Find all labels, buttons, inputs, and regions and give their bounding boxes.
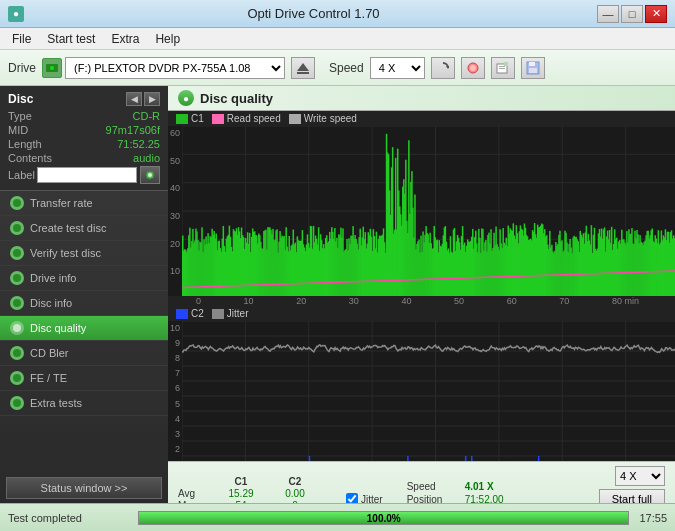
svg-rect-12 <box>529 62 535 66</box>
disc-panel: Disc ◀ ▶ Type CD-R MID 97m17s06f Length … <box>0 86 168 191</box>
refresh-button[interactable] <box>431 57 455 79</box>
stats-bar: C1 C2 Avg 15.29 0.00 Max 54 0 Total 6591… <box>168 461 675 503</box>
chart1-canvas <box>182 126 675 296</box>
stats-max-label: Max <box>178 500 214 504</box>
clear-button[interactable] <box>461 57 485 79</box>
y1-label-40: 40 <box>170 183 180 193</box>
disc-mid-value: 97m17s06f <box>106 124 160 136</box>
status-bar: Test completed 100.0% 17:55 <box>0 503 675 531</box>
toolbar: Drive (F:) PLEXTOR DVDR PX-755A 1.08 Spe… <box>0 50 675 86</box>
drive-select[interactable]: (F:) PLEXTOR DVDR PX-755A 1.08 <box>65 57 285 79</box>
chart2-y-labels: 10 9 8 7 6 5 4 3 2 1 <box>168 321 182 471</box>
disc-length-label: Length <box>8 138 42 150</box>
status-text: Test completed <box>8 512 128 524</box>
menu-extra[interactable]: Extra <box>103 30 147 48</box>
disc-quality-header: ● Disc quality <box>168 86 675 111</box>
disc-type-label: Type <box>8 110 32 122</box>
sidebar-item-transfer-rate[interactable]: Transfer rate <box>0 191 168 216</box>
chart1-x-labels: 0 10 20 30 40 50 60 70 80 min <box>168 296 675 306</box>
action-buttons: 4 X Start full Start part <box>594 466 665 503</box>
disc-contents-label: Contents <box>8 152 52 164</box>
sidebar: Disc ◀ ▶ Type CD-R MID 97m17s06f Length … <box>0 86 168 503</box>
legend-c2-label: C2 <box>191 308 204 319</box>
nav-icon-cd-bler <box>10 346 24 360</box>
stats-header-c1: C1 <box>214 476 268 487</box>
sidebar-item-drive-info[interactable]: Drive info <box>0 266 168 291</box>
chart2-container: C2 Jitter 10 9 8 7 6 5 4 <box>168 306 675 461</box>
svg-rect-3 <box>297 72 309 74</box>
stats-avg-c2: 0.00 <box>268 488 322 499</box>
speed-select[interactable]: 4 X <box>370 57 425 79</box>
menu-help[interactable]: Help <box>147 30 188 48</box>
drive-label: Drive <box>8 61 36 75</box>
stats-avg-label: Avg <box>178 488 214 499</box>
sidebar-item-fe-te[interactable]: FE / TE <box>0 366 168 391</box>
chart1-legend: C1 Read speed Write speed <box>168 111 675 126</box>
nav-icon-disc-info <box>10 296 24 310</box>
chart1-plot-area: 60 50 40 30 20 10 48 X 40 X 32 X 24 X <box>168 126 675 296</box>
menu-start-test[interactable]: Start test <box>39 30 103 48</box>
disc-next-button[interactable]: ▶ <box>144 92 160 106</box>
export-button[interactable] <box>491 57 515 79</box>
stats-table: C1 C2 Avg 15.29 0.00 Max 54 0 Total 6591… <box>178 476 322 504</box>
legend-c2-color <box>176 309 188 319</box>
svg-rect-8 <box>499 66 505 67</box>
svg-rect-9 <box>499 68 505 69</box>
status-window-button[interactable]: Status window >> <box>6 477 162 499</box>
disc-label-icon-btn[interactable] <box>140 166 160 184</box>
eject-button[interactable] <box>291 57 315 79</box>
title-bar-text: Opti Drive Control 1.70 <box>30 6 597 21</box>
sidebar-item-verify-test-disc[interactable]: Verify test disc <box>0 241 168 266</box>
nav-icon-disc-quality <box>10 321 24 335</box>
close-button[interactable]: ✕ <box>645 5 667 23</box>
disc-label-input[interactable] <box>37 167 137 183</box>
nav-icon-drive-info <box>10 271 24 285</box>
speed-combo-select[interactable]: 4 X <box>615 466 665 486</box>
menu-file[interactable]: File <box>4 30 39 48</box>
legend-c1-label: C1 <box>191 113 204 124</box>
sidebar-item-disc-quality[interactable]: Disc quality <box>0 316 168 341</box>
jitter-label: Jitter <box>361 494 383 504</box>
disc-quality-icon: ● <box>178 90 194 106</box>
legend-c1-color <box>176 114 188 124</box>
svg-marker-10 <box>504 62 508 66</box>
start-full-button[interactable]: Start full <box>599 489 665 503</box>
disc-mid-label: MID <box>8 124 28 136</box>
disc-prev-button[interactable]: ◀ <box>126 92 142 106</box>
chart2-legend: C2 Jitter <box>168 306 675 321</box>
sidebar-item-disc-info[interactable]: Disc info <box>0 291 168 316</box>
svg-point-1 <box>50 66 54 70</box>
sidebar-item-cd-bler[interactable]: CD Bler <box>0 341 168 366</box>
stats-header-c2: C2 <box>268 476 322 487</box>
minimize-button[interactable]: — <box>597 5 619 23</box>
drive-icon <box>42 58 62 78</box>
nav-icon-fe-te <box>10 371 24 385</box>
chart2-plot-area: 10 9 8 7 6 5 4 3 2 1 10% 8% <box>168 321 675 471</box>
disc-type-value: CD-R <box>133 110 161 122</box>
y1-label-10: 10 <box>170 266 180 276</box>
disc-contents-value: audio <box>133 152 160 164</box>
speed-label: Speed <box>329 61 364 75</box>
chart-full-area: C1 Read speed Write speed 60 50 <box>168 111 675 461</box>
y1-label-30: 30 <box>170 211 180 221</box>
title-bar-controls: — □ ✕ <box>597 5 667 23</box>
y1-label-50: 50 <box>170 156 180 166</box>
maximize-button[interactable]: □ <box>621 5 643 23</box>
sidebar-item-extra-tests[interactable]: Extra tests <box>0 391 168 416</box>
speed-position-group: Speed 4.01 X Position 71:52.00 Samples 4… <box>407 481 504 504</box>
progress-text: 100.0% <box>367 512 401 523</box>
svg-point-15 <box>148 173 152 177</box>
stats-max-c1: 54 <box>214 500 268 504</box>
position-key: Position <box>407 494 461 504</box>
jitter-checkbox[interactable] <box>346 493 358 503</box>
disc-quality-title: Disc quality <box>200 91 273 106</box>
content-area: ● Disc quality C1 Read speed <box>168 86 675 503</box>
stats-avg-c1: 15.29 <box>214 488 268 499</box>
save-button[interactable] <box>521 57 545 79</box>
title-bar: ● Opti Drive Control 1.70 — □ ✕ <box>0 0 675 28</box>
position-value: 71:52.00 <box>465 494 504 504</box>
sidebar-item-create-test-disc[interactable]: Create test disc <box>0 216 168 241</box>
app-icon: ● <box>8 6 24 22</box>
status-time: 17:55 <box>639 512 667 524</box>
speed-key: Speed <box>407 481 461 492</box>
